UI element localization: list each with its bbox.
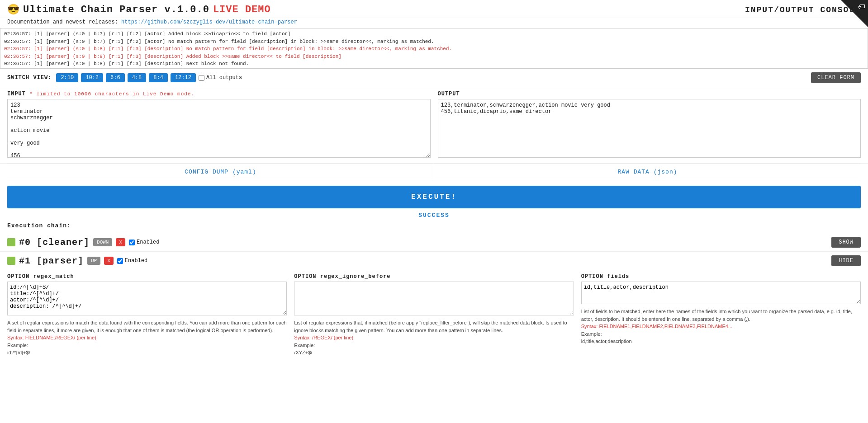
option-fields-label: OPTION fields: [581, 273, 861, 280]
chain-enabled-checkbox-1[interactable]: [117, 258, 123, 264]
view-btn-2-10[interactable]: 2:10: [56, 73, 78, 82]
option-regex-match-label: OPTION regex_match: [7, 273, 287, 280]
option-regex-match-example-label: Example:: [7, 343, 28, 348]
option-regex-ignore-before-textarea[interactable]: [294, 282, 574, 315]
option-regex-ignore-before-key: regex_ignore_before: [320, 273, 391, 280]
io-section: INPUT * limited to 10000 characters in L…: [0, 87, 868, 164]
execute-button[interactable]: EXECUTE!: [7, 186, 861, 208]
option-label-text-3: OPTION: [581, 273, 603, 280]
log-line: 02:36:57: [1] [parser] (s:0 | b:8) [r:1]…: [4, 60, 864, 68]
chain-enabled-label-1[interactable]: Enabled: [117, 258, 147, 264]
chain-down-button-0[interactable]: DOWN: [93, 238, 112, 246]
all-outputs-toggle[interactable]: All outputs: [199, 75, 242, 81]
view-btn-8-4[interactable]: 8:4: [149, 73, 168, 82]
chain-color-box-1: [7, 257, 15, 265]
option-fields-example: id,title,actor,description: [581, 338, 632, 344]
option-label-text-2: OPTION: [294, 273, 316, 280]
all-outputs-checkbox[interactable]: [199, 75, 204, 81]
option-regex-match-desc: A set of regular expressions to match th…: [7, 319, 287, 357]
chain-item-1: #1 [parser] UP X Enabled HIDE OPTION reg…: [0, 251, 868, 357]
clear-form-button[interactable]: CLEAR FORM: [811, 72, 861, 83]
option-fields: OPTION fields id,title,actor,description…: [581, 273, 861, 357]
option-fields-key: fields: [607, 273, 629, 280]
corner-icon: 🏷: [858, 3, 865, 11]
log-line: 02:36:57: [1] [parser] (s:0 | b:7) [r:1]…: [4, 30, 864, 38]
view-btn-4-8[interactable]: 4:8: [128, 73, 147, 82]
view-btn-6-6[interactable]: 6:6: [106, 73, 125, 82]
chain-label: Execution chain:: [0, 221, 868, 233]
switch-view-label: SWITCH VIEW:: [7, 75, 52, 81]
log-line: 02:36:57: [1] [parser] (s:0 | b:8) [r:1]…: [4, 53, 864, 61]
input-limit-note: * limited to 10000 characters in Live De…: [29, 91, 194, 97]
chain-x-button-0[interactable]: X: [116, 238, 125, 246]
chain-enabled-label-0[interactable]: Enabled: [129, 239, 159, 245]
config-dump-button[interactable]: CONFIG DUMP (yaml): [7, 164, 434, 180]
chain-up-button-1[interactable]: UP: [87, 257, 100, 265]
all-outputs-text: All outputs: [206, 75, 242, 81]
option-regex-ignore-before-syntax: Syntax: /REGEX/ (per line): [294, 335, 353, 340]
option-regex-ignore-before-label: OPTION regex_ignore_before: [294, 273, 574, 280]
log-area[interactable]: 02:36:57: [1] [parser] (s:0 | b:7) [r:1]…: [0, 28, 868, 69]
input-label-text: INPUT: [7, 91, 26, 97]
app-header: 😎 Ultimate Chain Parser v.1.0.0 LIVE DEM…: [0, 0, 868, 18]
input-textarea[interactable]: 123 terminator schwarznegger action movi…: [7, 99, 431, 158]
option-regex-match-key: regex_match: [33, 273, 74, 280]
chain-item-0: #0 [cleaner] DOWN X Enabled SHOW: [0, 233, 868, 251]
raw-data-button[interactable]: RAW DATA (json): [434, 164, 861, 180]
logo-icon: 😎: [7, 4, 19, 16]
log-line: 02:36:57: [1] [parser] (s:0 | b:8) [r:1]…: [4, 68, 864, 69]
option-regex-ignore-before: OPTION regex_ignore_before List of regul…: [294, 273, 574, 357]
option-fields-textarea[interactable]: id,title,actor,description: [581, 282, 861, 304]
option-label-text: OPTION: [7, 273, 29, 280]
log-line: 02:36:57: [1] [parser] (s:0 | b:8) [r:1]…: [4, 45, 864, 53]
chain-x-button-1[interactable]: X: [104, 257, 114, 265]
chain-color-box-0: [7, 238, 15, 246]
output-box: 123,terminator,schwarzenegger,action mov…: [438, 99, 861, 158]
option-regex-match-textarea[interactable]: id:/^[\d]+$/ title:/^[^\d]+/ actor:/^[^\…: [7, 282, 287, 315]
chain-enabled-text-0: Enabled: [137, 239, 159, 245]
output-label-text: OUTPUT: [438, 91, 460, 97]
option-regex-ignore-before-example-label: Example:: [294, 343, 315, 348]
doc-link-bar: Documentation and newest releases: https…: [0, 18, 868, 28]
chain-item-0-header: #0 [cleaner] DOWN X Enabled SHOW: [0, 233, 868, 251]
input-label: INPUT * limited to 10000 characters in L…: [7, 91, 431, 97]
option-regex-ignore-before-desc: List of regular expressions that, if mat…: [294, 319, 574, 357]
switch-view-bar: SWITCH VIEW: 2:10 10:2 6:6 4:8 8:4 12:12…: [0, 69, 868, 87]
app-title: Ultimate Chain Parser v.1.0.0: [23, 4, 209, 15]
config-raw-bar: CONFIG DUMP (yaml) RAW DATA (json): [7, 164, 861, 180]
view-btn-10-2[interactable]: 10:2: [81, 73, 103, 82]
live-demo-badge: LIVE DEMO: [213, 4, 271, 15]
chain-item-0-title: #0 [cleaner]: [19, 237, 90, 248]
option-fields-example-label: Example:: [581, 331, 602, 337]
output-panel: OUTPUT 123,terminator,schwarzenegger,act…: [438, 91, 861, 160]
doc-link-url[interactable]: https://github.com/szczyglis-dev/ultimat…: [121, 19, 297, 25]
chain-enabled-text-1: Enabled: [125, 258, 147, 264]
option-regex-match: OPTION regex_match id:/^[\d]+$/ title:/^…: [7, 273, 287, 357]
option-fields-syntax: Syntax: FIELDNAME1,FIELDNAME2,FIELDNAME3…: [581, 324, 732, 329]
chain-options-1: OPTION regex_match id:/^[\d]+$/ title:/^…: [0, 270, 868, 357]
chain-show-button-0[interactable]: SHOW: [831, 237, 861, 248]
option-regex-match-syntax: Syntax: FIELDNAME:/REGEX/ (per line): [7, 335, 96, 340]
input-panel: INPUT * limited to 10000 characters in L…: [7, 91, 431, 160]
chain-hide-button-1[interactable]: HIDE: [831, 255, 861, 266]
view-btn-12-12[interactable]: 12:12: [171, 73, 196, 82]
chain-item-1-title: #1 [parser]: [19, 256, 84, 266]
log-line: 02:36:57: [1] [parser] (s:0 | b:7) [r:1]…: [4, 38, 864, 46]
option-fields-desc: List of fields to be matched, enter here…: [581, 308, 861, 345]
corner-decoration: 🏷: [841, 0, 868, 27]
chain-enabled-checkbox-0[interactable]: [129, 240, 135, 245]
output-label: OUTPUT: [438, 91, 861, 97]
option-regex-ignore-before-example: /XYZ+$/: [294, 350, 312, 355]
doc-link-label: Documentation and newest releases:: [7, 19, 118, 25]
header-left: 😎 Ultimate Chain Parser v.1.0.0 LIVE DEM…: [7, 4, 271, 16]
option-regex-match-example: id:/^[\d]+$/: [7, 350, 30, 355]
success-label: SUCCESS: [0, 208, 868, 221]
chain-item-1-header: #1 [parser] UP X Enabled HIDE: [0, 252, 868, 270]
